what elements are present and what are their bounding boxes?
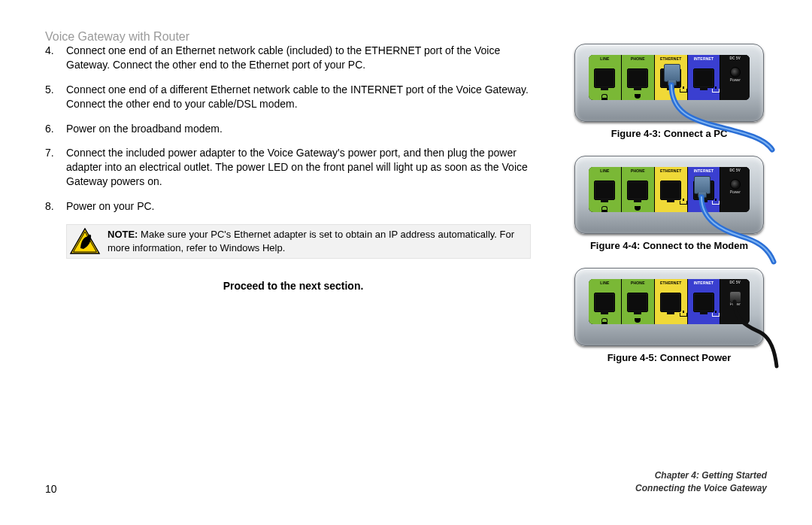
step-item: 5. Connect one end of a different Ethern… — [45, 83, 541, 111]
svg-point-2 — [88, 235, 91, 238]
step-text: Connect one end of a different Ethernet … — [66, 83, 541, 111]
step-item: 7. Connect the included power adapter to… — [45, 146, 541, 189]
port-label: LINE — [589, 279, 621, 286]
step-number: 5. — [45, 83, 66, 111]
step-number: 7. — [45, 146, 66, 189]
port-power: DC 5V Power — [720, 167, 750, 212]
device-rear-panel: LINE PHONE ETHERNET — [589, 167, 750, 212]
step-item: 4. Connect one end of an Ethernet networ… — [45, 44, 541, 72]
step-item: 6. Power on the broadband modem. — [45, 122, 541, 136]
figure-4-5: LINE PHONE ETHERNET — [568, 268, 770, 363]
proceed-text: Proceed to the next section. — [45, 280, 541, 292]
port-label: PHONE — [622, 279, 654, 286]
network-icon — [680, 313, 687, 317]
port-label: PHONE — [622, 167, 654, 174]
note-callout: NOTE: Make sure your PC's Ethernet adapt… — [66, 224, 531, 259]
port-label: INTERNET — [688, 279, 720, 286]
lock-icon — [601, 318, 607, 323]
lock-icon — [601, 206, 607, 211]
warning-icon — [70, 228, 100, 255]
port-line: LINE — [589, 55, 622, 100]
step-text: Power on your PC. — [66, 199, 541, 214]
rj-port — [660, 181, 681, 200]
lock-icon — [601, 94, 607, 99]
figure-caption: Figure 4-5: Connect Power — [607, 352, 732, 363]
device-illustration: LINE PHONE ETHERNET — [574, 44, 764, 122]
port-label: DC 5V — [720, 55, 750, 62]
phone-icon — [635, 206, 641, 211]
port-label: INTERNET — [688, 55, 720, 62]
port-label: ETHERNET — [655, 55, 687, 62]
figure-4-3: LINE PHONE ETHERNET — [568, 44, 770, 139]
port-ethernet: ETHERNET — [655, 279, 688, 324]
device-rear-panel: LINE PHONE ETHERNET — [589, 55, 750, 100]
phone-icon — [635, 318, 641, 323]
port-power: DC 5V Power — [720, 55, 750, 100]
port-label: LINE — [589, 167, 621, 174]
page-footer: 10 Chapter 4: Getting Started Connecting… — [45, 469, 767, 495]
port-label: INTERNET — [688, 167, 720, 174]
network-icon — [680, 89, 687, 93]
footer-section: Connecting the Voice Gateway — [635, 482, 767, 495]
page-header: Voice Gateway with Router — [45, 30, 189, 44]
port-label: ETHERNET — [655, 167, 687, 174]
rj-port — [627, 68, 648, 88]
note-label: NOTE: — [108, 229, 138, 240]
device-rear-panel: LINE PHONE ETHERNET — [589, 279, 750, 324]
rj-port — [627, 293, 648, 312]
port-ethernet: ETHERNET — [655, 55, 688, 100]
figure-caption: Figure 4-3: Connect a PC — [611, 128, 728, 139]
port-ethernet: ETHERNET — [655, 167, 688, 212]
port-label: LINE — [589, 55, 621, 62]
step-text: Power on the broadband modem. — [66, 122, 541, 136]
port-internet: INTERNET — [688, 55, 721, 100]
port-label: Power — [720, 190, 750, 194]
network-icon — [712, 89, 720, 93]
step-text: Connect one end of an Ethernet network c… — [66, 44, 541, 72]
instruction-column: 4. Connect one end of an Ethernet networ… — [45, 44, 541, 292]
document-page: Voice Gateway with Router 4. Connect one… — [0, 0, 812, 525]
rj-port — [594, 68, 615, 88]
step-text: Connect the included power adapter to th… — [66, 146, 541, 189]
rj-port — [693, 181, 714, 200]
port-internet: INTERNET — [688, 167, 721, 212]
port-line: LINE — [589, 167, 622, 212]
network-icon — [680, 201, 687, 205]
device-illustration: LINE PHONE ETHERNET — [574, 268, 764, 346]
port-phone: PHONE — [622, 279, 655, 324]
port-label: PHONE — [622, 55, 654, 62]
device-illustration: LINE PHONE ETHERNET — [574, 156, 764, 234]
rj-port — [594, 293, 615, 312]
figure-4-4: LINE PHONE ETHERNET — [568, 156, 770, 251]
figure-caption: Figure 4-4: Connect to the Modem — [590, 240, 748, 251]
port-label: DC 5V — [720, 279, 750, 286]
rj-port — [660, 68, 681, 88]
footer-chapter: Chapter 4: Getting Started — [635, 469, 767, 482]
footer-right: Chapter 4: Getting Started Connecting th… — [635, 469, 767, 495]
port-phone: PHONE — [622, 55, 655, 100]
power-jack — [730, 179, 741, 190]
network-icon — [712, 201, 720, 205]
rj-port — [660, 293, 681, 312]
rj-port — [693, 68, 714, 88]
step-number: 6. — [45, 122, 66, 136]
port-label: Power — [720, 77, 750, 82]
note-text: NOTE: Make sure your PC's Ethernet adapt… — [108, 228, 523, 254]
network-icon — [712, 313, 720, 317]
rj-port — [627, 181, 648, 200]
note-body: Make sure your PC's Ethernet adapter is … — [108, 229, 514, 253]
port-phone: PHONE — [622, 167, 655, 212]
port-label: ETHERNET — [655, 279, 687, 286]
port-label: DC 5V — [720, 167, 750, 174]
power-jack — [730, 67, 741, 77]
rj-port — [594, 181, 615, 200]
power-jack — [730, 291, 741, 302]
port-internet: INTERNET — [688, 279, 721, 324]
figures-column: LINE PHONE ETHERNET — [568, 44, 770, 380]
step-number: 4. — [45, 44, 66, 72]
step-number: 8. — [45, 199, 66, 214]
port-power: DC 5V Power — [720, 279, 750, 324]
page-number: 10 — [45, 483, 57, 495]
port-line: LINE — [589, 279, 622, 324]
rj-port — [693, 293, 714, 312]
